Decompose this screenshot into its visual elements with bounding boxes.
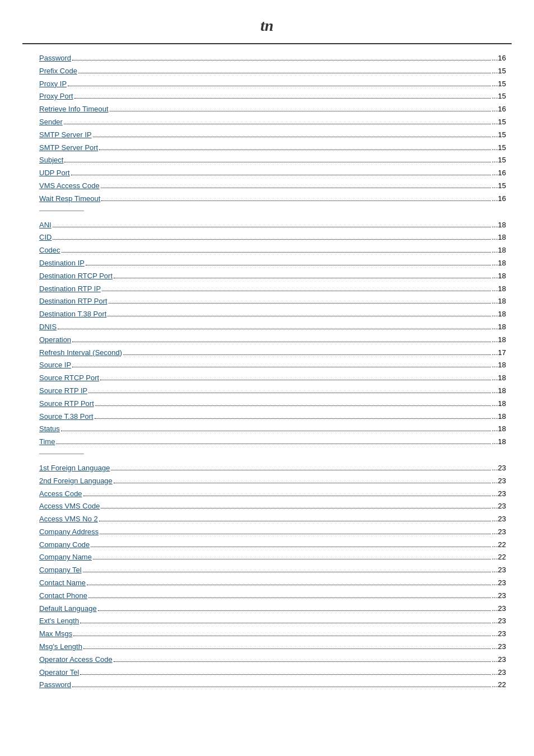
toc-dots <box>64 162 490 162</box>
toc-dots <box>53 239 490 240</box>
toc-row: Retrieve Info Timeout...16 <box>39 104 506 115</box>
toc-link[interactable]: Codec <box>39 245 60 256</box>
toc-row: Company Name...22 <box>39 552 506 563</box>
toc-page-number: ...23 <box>492 603 506 615</box>
toc-page-number: ...18 <box>492 232 506 244</box>
toc-link[interactable]: SMTP Server IP <box>39 129 92 141</box>
toc-link[interactable]: Access Code <box>39 488 82 500</box>
section-divider-3 <box>39 454 84 454</box>
section-1: Password...16Prefix Code...15Proxy IP...… <box>22 53 512 205</box>
toc-row: Destination T.38 Port...18 <box>39 309 506 320</box>
toc-dots <box>101 188 491 188</box>
toc-page-number: ...18 <box>492 411 506 423</box>
toc-dots <box>72 342 491 342</box>
toc-link[interactable]: Refresh Interval (Second) <box>39 347 122 359</box>
toc-page-number: ...18 <box>492 245 506 256</box>
toc-link[interactable]: Sender <box>39 116 63 128</box>
toc-link[interactable]: Subject <box>39 155 63 166</box>
toc-page-number: ...23 <box>492 628 506 640</box>
toc-dots <box>100 534 490 534</box>
toc-row: Company Tel...23 <box>39 564 506 576</box>
toc-link[interactable]: Source RTP IP <box>39 385 87 397</box>
toc-link[interactable]: Operator Tel <box>39 667 79 679</box>
toc-link[interactable]: Wait Resp Timeout <box>39 193 100 205</box>
toc-link[interactable]: Destination RTP IP <box>39 283 101 295</box>
toc-page-number: ...18 <box>492 360 506 371</box>
toc-page-number: ...18 <box>492 321 506 333</box>
toc-dots <box>99 521 491 521</box>
toc-link[interactable]: Max Msgs <box>39 628 72 640</box>
toc-dots <box>110 111 491 111</box>
toc-row: VMS Access Code...15 <box>39 180 506 192</box>
page-container: tn Password...16Prefix Code...15Proxy IP… <box>0 0 534 756</box>
toc-link[interactable]: Password <box>39 679 71 691</box>
toc-link[interactable]: Ext's Length <box>39 615 79 627</box>
toc-link[interactable]: Source T.38 Port <box>39 411 93 423</box>
toc-page-number: ...18 <box>492 423 506 435</box>
toc-dots <box>102 291 491 291</box>
toc-page-number: ...23 <box>492 475 506 487</box>
toc-dots <box>58 329 491 329</box>
toc-link[interactable]: Status <box>39 423 60 435</box>
toc-link[interactable]: Retrieve Info Timeout <box>39 104 109 115</box>
toc-link[interactable]: UDP Port <box>39 167 70 179</box>
toc-dots <box>95 405 491 406</box>
toc-dots <box>107 316 490 316</box>
toc-link[interactable]: Password <box>39 53 71 64</box>
toc-row: Time...18 <box>39 436 506 448</box>
toc-link[interactable]: CID <box>39 232 51 244</box>
toc-link[interactable]: Contact Name <box>39 577 86 589</box>
toc-dots <box>83 572 491 572</box>
toc-dots <box>71 175 491 175</box>
toc-link[interactable]: Company Code <box>39 539 90 551</box>
toc-link[interactable]: Proxy Port <box>39 91 73 102</box>
toc-row: Source T.38 Port...18 <box>39 411 506 423</box>
toc-link[interactable]: Access VMS Code <box>39 501 100 512</box>
toc-link[interactable]: Destination RTCP Port <box>39 270 113 282</box>
toc-link[interactable]: Source RTP Port <box>39 398 94 410</box>
toc-link[interactable]: VMS Access Code <box>39 180 100 192</box>
toc-dots <box>72 60 491 60</box>
toc-link[interactable]: Operation <box>39 334 71 346</box>
toc-dots <box>101 508 490 508</box>
toc-link[interactable]: Destination IP <box>39 258 85 269</box>
toc-link[interactable]: Company Address <box>39 526 99 538</box>
toc-dots <box>91 547 490 547</box>
toc-row: Refresh Interval (Second)...17 <box>39 347 506 359</box>
toc-link[interactable]: Operator Access Code <box>39 654 113 666</box>
toc-link[interactable]: Prefix Code <box>39 66 77 77</box>
section-divider-2 <box>39 211 84 211</box>
toc-link[interactable]: 1st Foreign Language <box>39 463 110 474</box>
toc-row: Proxy IP...15 <box>39 78 506 90</box>
toc-link[interactable]: Source IP <box>39 360 71 371</box>
toc-link[interactable]: Company Name <box>39 552 92 563</box>
toc-link[interactable]: Access VMS No 2 <box>39 514 98 525</box>
header-logo: tn <box>260 17 273 35</box>
toc-link[interactable]: Msg's Length <box>39 641 82 653</box>
toc-link[interactable]: Destination T.38 Port <box>39 309 106 320</box>
toc-dots <box>111 470 490 470</box>
toc-page-number: ...16 <box>492 53 506 64</box>
toc-link[interactable]: 2nd Foreign Language <box>39 475 113 487</box>
toc-link[interactable]: DNIS <box>39 321 57 333</box>
toc-page-number: ...22 <box>492 539 506 551</box>
toc-link[interactable]: Destination RTP Port <box>39 296 107 307</box>
toc-row: ANI...18 <box>39 220 506 231</box>
toc-row: Destination IP...18 <box>39 258 506 269</box>
toc-link[interactable]: Source RTCP Port <box>39 372 99 384</box>
toc-row: Wait Resp Timeout...16 <box>39 193 506 205</box>
toc-row: Subject...15 <box>39 155 506 166</box>
toc-page-number: ...18 <box>492 398 506 410</box>
toc-link[interactable]: Contact Phone <box>39 590 87 602</box>
toc-link[interactable]: Time <box>39 436 55 448</box>
toc-row: Source RTP IP...18 <box>39 385 506 397</box>
toc-row: Sender...15 <box>39 116 506 128</box>
toc-link[interactable]: Company Tel <box>39 564 82 576</box>
toc-link[interactable]: SMTP Server Port <box>39 142 98 154</box>
toc-row: Operation...18 <box>39 334 506 346</box>
toc-link[interactable]: ANI <box>39 220 51 231</box>
toc-link[interactable]: Proxy IP <box>39 78 67 90</box>
toc-row: Source IP...18 <box>39 360 506 371</box>
toc-link[interactable]: Default Language <box>39 603 97 615</box>
toc-dots <box>80 674 490 675</box>
